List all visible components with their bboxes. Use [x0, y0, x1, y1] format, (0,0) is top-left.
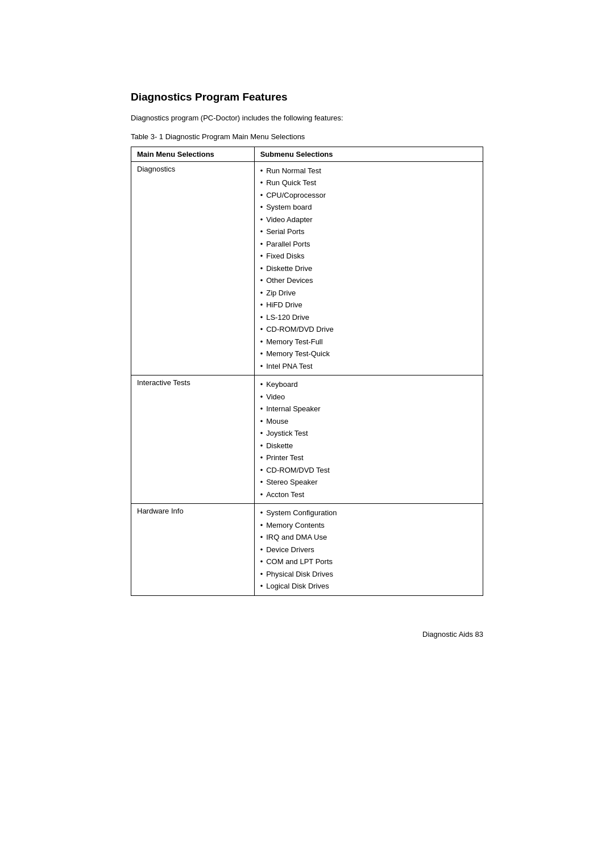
- list-item: Printer Test: [260, 452, 477, 464]
- col-header-main: Main Menu Selections: [131, 147, 255, 161]
- list-item: Zip Drive: [260, 287, 477, 299]
- list-item: Video Adapter: [260, 214, 477, 226]
- list-item: CD-ROM/DVD Drive: [260, 323, 477, 336]
- table-header-row: Main Menu Selections Submenu Selections: [131, 147, 483, 161]
- list-item: CPU/Coprocessor: [260, 189, 477, 202]
- main-table: Main Menu Selections Submenu Selections …: [131, 147, 483, 596]
- list-item: Memory Test-Quick: [260, 348, 477, 360]
- list-item: Physical Disk Drives: [260, 568, 477, 581]
- list-item: Video: [260, 391, 477, 403]
- main-menu-cell: Diagnostics: [131, 161, 255, 375]
- list-item: Other Devices: [260, 274, 477, 287]
- list-item: Memory Contents: [260, 519, 477, 532]
- list-item: Diskette: [260, 440, 477, 452]
- table-row: Hardware InfoSystem ConfigurationMemory …: [131, 504, 483, 596]
- page-footer: Diagnostic Aids 83: [131, 630, 483, 639]
- list-item: Diskette Drive: [260, 262, 477, 275]
- list-item: LS-120 Drive: [260, 311, 477, 324]
- list-item: Parallel Ports: [260, 238, 477, 251]
- page-title: Diagnostics Program Features: [131, 91, 483, 103]
- main-menu-cell: Interactive Tests: [131, 375, 255, 504]
- list-item: Run Quick Test: [260, 177, 477, 189]
- submenu-list: System ConfigurationMemory ContentsIRQ a…: [260, 507, 477, 592]
- submenu-cell: System ConfigurationMemory ContentsIRQ a…: [254, 504, 483, 596]
- submenu-list: Run Normal TestRun Quick TestCPU/Coproce…: [260, 165, 477, 373]
- list-item: CD-ROM/DVD Test: [260, 464, 477, 477]
- list-item: Run Normal Test: [260, 165, 477, 177]
- list-item: Device Drivers: [260, 544, 477, 556]
- list-item: Fixed Disks: [260, 250, 477, 262]
- table-caption: Table 3- 1 Diagnostic Program Main Menu …: [131, 132, 483, 142]
- list-item: Mouse: [260, 415, 477, 428]
- list-item: Serial Ports: [260, 226, 477, 238]
- page-container: Diagnostics Program Features Diagnostics…: [131, 0, 483, 684]
- list-item: Intel PNA Test: [260, 360, 477, 373]
- list-item: COM and LPT Ports: [260, 556, 477, 568]
- list-item: Logical Disk Drives: [260, 580, 477, 592]
- list-item: HiFD Drive: [260, 299, 477, 311]
- list-item: Memory Test-Full: [260, 336, 477, 348]
- list-item: Keyboard: [260, 378, 477, 391]
- list-item: Accton Test: [260, 489, 477, 501]
- intro-text: Diagnostics program (PC-Doctor) includes…: [131, 112, 483, 124]
- table-row: DiagnosticsRun Normal TestRun Quick Test…: [131, 161, 483, 375]
- submenu-list: KeyboardVideoInternal SpeakerMouseJoysti…: [260, 378, 477, 500]
- list-item: IRQ and DMA Use: [260, 531, 477, 544]
- submenu-cell: KeyboardVideoInternal SpeakerMouseJoysti…: [254, 375, 483, 504]
- list-item: System board: [260, 201, 477, 214]
- list-item: Stereo Speaker: [260, 476, 477, 489]
- submenu-cell: Run Normal TestRun Quick TestCPU/Coproce…: [254, 161, 483, 375]
- list-item: Internal Speaker: [260, 403, 477, 415]
- list-item: System Configuration: [260, 507, 477, 519]
- table-row: Interactive TestsKeyboardVideoInternal S…: [131, 375, 483, 504]
- list-item: Joystick Test: [260, 427, 477, 440]
- col-header-sub: Submenu Selections: [254, 147, 483, 161]
- main-menu-cell: Hardware Info: [131, 504, 255, 596]
